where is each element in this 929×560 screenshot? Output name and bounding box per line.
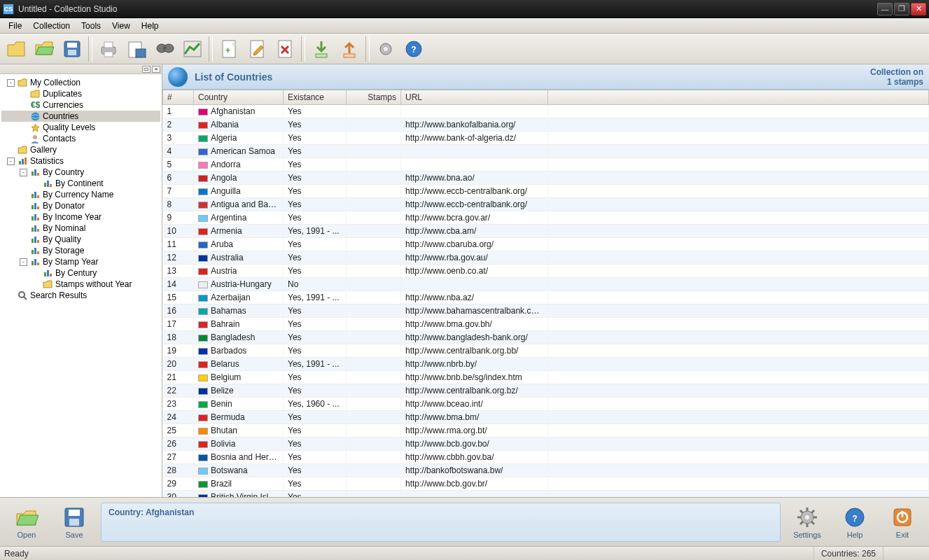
table-row[interactable]: 2AlbaniaYeshttp://www.bankofalbania.org/ bbox=[163, 118, 929, 132]
tree-item-contacts[interactable]: Contacts bbox=[1, 133, 160, 144]
grid-scroll-area[interactable]: #CountryExistanceStampsURL 1AfghanistanY… bbox=[162, 90, 929, 497]
new-folder-icon bbox=[6, 39, 27, 59]
tree-item-by-storage[interactable]: By Storage bbox=[1, 245, 160, 256]
tree-label: By Country bbox=[43, 167, 84, 177]
edit-record-button[interactable] bbox=[244, 36, 270, 62]
tree-item-by-country[interactable]: -By Country bbox=[1, 167, 160, 178]
help-button[interactable]: ? bbox=[400, 36, 427, 62]
chart-button[interactable] bbox=[179, 36, 206, 62]
find-button[interactable] bbox=[151, 36, 178, 62]
tree-item-by-stamp-year[interactable]: -By Stamp Year bbox=[1, 256, 160, 267]
export-button[interactable] bbox=[336, 36, 363, 62]
tree-item-by-income-year[interactable]: By Income Year bbox=[1, 211, 160, 223]
table-row[interactable]: 12AustraliaYeshttp://www.rba.gov.au/ bbox=[163, 251, 929, 265]
table-row[interactable]: 16BahamasYeshttp://www.bahamascentralban… bbox=[163, 304, 929, 318]
table-row[interactable]: 24BermudaYeshttp://www.bma.bm/ bbox=[163, 411, 929, 424]
tree-item-statistics[interactable]: -Statistics bbox=[1, 155, 160, 167]
tree-item-countries[interactable]: Countries bbox=[1, 111, 160, 122]
table-row[interactable]: 25BhutanYeshttp://www.rma.org.bt/ bbox=[163, 424, 929, 438]
table-row[interactable]: 28BotswanaYeshttp://bankofbotswana.bw/ bbox=[163, 464, 929, 477]
tree-close-icon[interactable]: × bbox=[152, 66, 160, 73]
table-row[interactable]: 5AndorraYes bbox=[163, 158, 929, 172]
column-existance[interactable]: Existance bbox=[284, 90, 347, 105]
tree-item-currencies[interactable]: €$Currencies bbox=[1, 99, 160, 111]
tree-item-my-collection[interactable]: -My Collection bbox=[1, 77, 160, 88]
tree-toggle-icon[interactable]: - bbox=[7, 158, 15, 165]
table-row[interactable]: 18BangladeshYeshttp://www.bangladesh-ban… bbox=[163, 331, 929, 344]
new-folder-button[interactable] bbox=[3, 36, 29, 62]
table-row[interactable]: 19BarbadosYeshttp://www.centralbank.org.… bbox=[163, 344, 929, 358]
menu-tools[interactable]: Tools bbox=[76, 20, 106, 32]
tree-item-gallery[interactable]: Gallery bbox=[1, 144, 160, 155]
table-row[interactable]: 9ArgentinaYeshttp://www.bcra.gov.ar/ bbox=[163, 211, 929, 225]
column-num[interactable]: # bbox=[163, 90, 194, 105]
table-row[interactable]: 14Austria-HungaryNo bbox=[163, 278, 929, 291]
minimize-button[interactable]: ― bbox=[877, 3, 893, 15]
column-country[interactable]: Country bbox=[194, 90, 284, 105]
table-row[interactable]: 22BelizeYeshttp://www.centralbank.org.bz… bbox=[163, 384, 929, 398]
table-row[interactable]: 1AfghanistanYes bbox=[163, 105, 929, 118]
table-row[interactable]: 27Bosnia and Herze...Yeshttp://www.cbbh.… bbox=[163, 451, 929, 464]
table-row[interactable]: 3AlgeriaYeshttp://www.bank-of-algeria.dz… bbox=[163, 132, 929, 145]
help-button[interactable]: ? Help bbox=[834, 504, 876, 540]
table-row[interactable]: 30British Virgin IslandsYes bbox=[163, 491, 929, 498]
import-button[interactable] bbox=[308, 36, 335, 62]
folder-icon bbox=[30, 89, 40, 99]
menu-view[interactable]: View bbox=[106, 20, 136, 32]
flag-icon bbox=[198, 335, 208, 342]
menu-file[interactable]: File bbox=[3, 20, 27, 32]
bars-icon bbox=[30, 246, 40, 255]
tree-item-duplicates[interactable]: Duplicates bbox=[1, 88, 160, 99]
open-button[interactable]: Open bbox=[6, 504, 48, 540]
tree-item-search-results[interactable]: Search Results bbox=[1, 290, 160, 301]
table-row[interactable]: 20BelarusYes, 1991 - ...http://www.nbrb.… bbox=[163, 358, 929, 371]
table-row[interactable]: 26BoliviaYeshttp://www.bcb.gov.bo/ bbox=[163, 438, 929, 451]
save-button[interactable]: Save bbox=[53, 504, 95, 540]
table-row[interactable]: 21BelgiumYeshttp://www.bnb.be/sg/index.h… bbox=[163, 371, 929, 384]
table-row[interactable]: 13AustriaYeshttp://www.oenb.co.at/ bbox=[163, 265, 929, 278]
tree-toggle-icon[interactable]: - bbox=[20, 258, 27, 266]
table-row[interactable]: 11ArubaYeshttp://www.cbaruba.org/ bbox=[163, 238, 929, 251]
table-row[interactable]: 29BrazilYeshttp://www.bcb.gov.br/ bbox=[163, 477, 929, 491]
menu-help[interactable]: Help bbox=[136, 20, 165, 32]
table-row[interactable]: 4American SamoaYes bbox=[163, 145, 929, 158]
tree-item-quality-levels[interactable]: Quality Levels bbox=[1, 122, 160, 133]
tree-item-by-continent[interactable]: By Continent bbox=[1, 178, 160, 189]
stats-icon bbox=[18, 156, 27, 166]
save-button[interactable] bbox=[59, 36, 85, 62]
table-row[interactable]: 8Antigua and Barb...Yeshttp://www.eccb-c… bbox=[163, 198, 929, 211]
tree-label: Gallery bbox=[30, 145, 57, 155]
tree-dock-icon[interactable]: ▭ bbox=[142, 66, 151, 73]
tree-item-by-donator[interactable]: By Donator bbox=[1, 200, 160, 211]
settings-button[interactable]: Settings bbox=[786, 504, 828, 540]
flag-icon bbox=[198, 361, 208, 368]
table-row[interactable]: 17BahrainYeshttp://www.bma.gov.bh/ bbox=[163, 318, 929, 331]
table-row[interactable]: 6AngolaYeshttp://www.bna.ao/ bbox=[163, 172, 929, 185]
tree-item-by-currency-name[interactable]: By Currency Name bbox=[1, 189, 160, 200]
tree-item-stamps-without-year[interactable]: Stamps without Year bbox=[1, 279, 160, 290]
tree-item-by-quality[interactable]: By Quality bbox=[1, 234, 160, 245]
table-row[interactable]: 10ArmeniaYes, 1991 - ...http://www.cba.a… bbox=[163, 225, 929, 238]
table-row[interactable]: 15AzerbaijanYes, 1991 - ...http://www.nb… bbox=[163, 291, 929, 304]
print-preview-button[interactable] bbox=[123, 36, 150, 62]
tree-toggle-icon[interactable]: - bbox=[7, 79, 15, 87]
exit-button[interactable]: Exit bbox=[881, 504, 923, 540]
column-stamps[interactable]: Stamps bbox=[347, 90, 401, 105]
print-button[interactable] bbox=[95, 36, 122, 62]
close-button[interactable]: ✕ bbox=[911, 3, 926, 15]
delete-record-button[interactable] bbox=[272, 36, 298, 62]
menu-collection[interactable]: Collection bbox=[27, 20, 76, 32]
tree-toggle-icon[interactable]: - bbox=[20, 169, 27, 176]
settings-button[interactable] bbox=[372, 36, 399, 62]
tree-item-by-nominal[interactable]: By Nominal bbox=[1, 223, 160, 234]
flag-icon bbox=[198, 494, 208, 497]
flag-icon bbox=[198, 148, 208, 155]
maximize-button[interactable]: ❐ bbox=[894, 3, 909, 15]
tree-label: Countries bbox=[43, 111, 78, 121]
table-row[interactable]: 7AnguillaYeshttp://www.eccb-centralbank.… bbox=[163, 185, 929, 198]
open-folder-button[interactable] bbox=[31, 36, 57, 62]
column-url[interactable]: URL bbox=[401, 90, 548, 105]
add-record-button[interactable]: + bbox=[216, 36, 242, 62]
table-row[interactable]: 23BeninYes, 1960 - ...http://www.bceao.i… bbox=[163, 398, 929, 411]
tree-item-by-century[interactable]: By Century bbox=[1, 267, 160, 279]
